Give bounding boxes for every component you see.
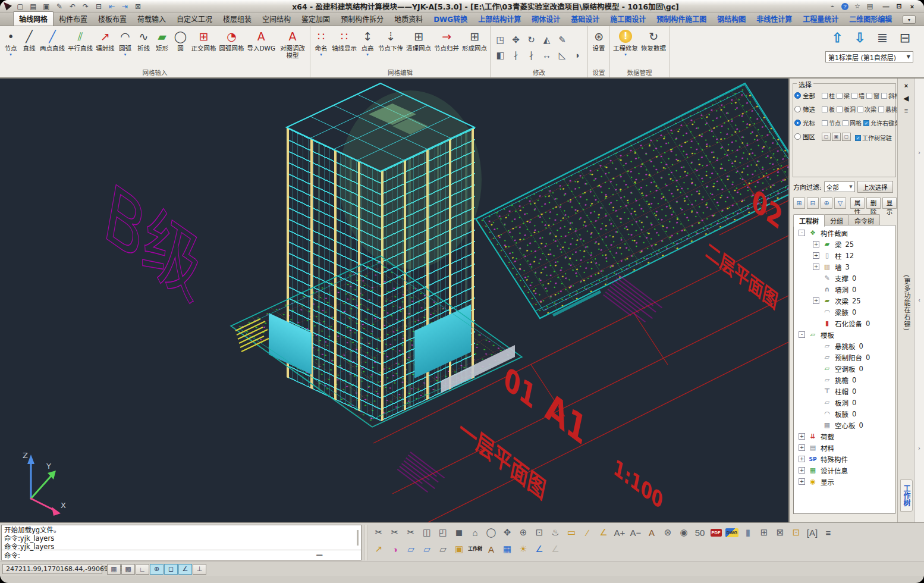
minimize-button[interactable]: —	[880, 2, 892, 11]
panel-tab[interactable]: 工程树	[793, 214, 825, 227]
ribbon-button[interactable]: A 对图调改模型	[277, 26, 308, 68]
tree-expander[interactable]: +	[813, 264, 819, 270]
drafting-toggle-button[interactable]: ⊥	[193, 564, 206, 575]
tree-item[interactable]: + ▤ 材料	[794, 442, 895, 453]
panel-action-button[interactable]: 属性	[850, 198, 865, 209]
toolbar-icon-button[interactable]: ∠	[596, 525, 611, 540]
element-filter-checkbox[interactable]: 梁	[837, 91, 850, 100]
ribbon-button[interactable]: ⊞ 正交网格	[190, 26, 218, 68]
tree-item[interactable]: ∩ 墙洞 0	[794, 284, 895, 295]
toolbar-icon-button[interactable]: ✂	[403, 525, 419, 540]
panel-action-button[interactable]: 显示	[882, 198, 897, 209]
ribbon-button[interactable]: ↻ 恢复数据	[640, 26, 667, 68]
tree-item[interactable]: ▮ 石化设备 0	[794, 318, 895, 329]
menu-tab[interactable]: 钢结构图	[712, 12, 751, 26]
menu-tab[interactable]: 上部结构计算	[473, 12, 526, 26]
modify-tool-icon[interactable]: ◺	[555, 48, 569, 62]
menu-tab[interactable]: 构件布置	[54, 12, 93, 26]
quick-access-button[interactable]: ⊟	[93, 1, 105, 12]
ribbon-button[interactable]: ⊛ 设置	[590, 26, 608, 68]
tree-item[interactable]: + SP 特殊构件	[794, 453, 895, 465]
toolbar-icon-button[interactable]: ◉	[676, 525, 692, 540]
ribbon-button[interactable]: → 节点归并	[433, 26, 460, 68]
band-splitter[interactable]	[364, 525, 368, 560]
toolbar-icon-button[interactable]: ⊞	[756, 525, 772, 540]
selection-tool-button[interactable]: ⊕	[821, 198, 832, 209]
toolbar-icon-button[interactable]: ☀	[516, 542, 531, 557]
ribbon-button[interactable]: ⫽ 平行直线	[67, 26, 94, 68]
menu-tab[interactable]: 砌体设计	[526, 12, 565, 26]
modify-tool-icon[interactable]: ↻	[524, 33, 538, 46]
command-resize-handle[interactable]: —	[316, 551, 323, 559]
toolbar-icon-button[interactable]: ♨	[548, 525, 563, 540]
toolbar-icon-button[interactable]: ◰	[435, 525, 451, 540]
element-filter-checkbox[interactable]: 窗	[866, 91, 879, 100]
menu-tab[interactable]: 地质资料	[389, 12, 428, 26]
ribbon-button[interactable]: ∿ 折线	[135, 26, 153, 68]
tree-item[interactable]: + ◉ 显示	[794, 476, 895, 487]
ribbon-button[interactable]: ▰ 矩形	[153, 26, 171, 68]
menu-tab[interactable]: 基础设计	[565, 12, 605, 26]
toolbar-icon-button[interactable]: A	[483, 542, 499, 557]
command-window[interactable]: 开始加载yg文件。命令:yjk_layers命令:yjk_layers 命令: …	[1, 525, 362, 560]
quick-access-button[interactable]: ⇥	[119, 1, 131, 12]
title-icon-button[interactable]: ☆	[852, 2, 863, 11]
toolbar-icon-button[interactable]: [A]	[804, 525, 820, 540]
toolbar-icon-button[interactable]: ⌂	[467, 525, 483, 540]
ribbon-button[interactable]: ⇣ 节点下传	[377, 26, 404, 68]
last-selection-button[interactable]: 上次选择	[857, 181, 893, 193]
menu-tab[interactable]: 工程量统计	[797, 12, 844, 26]
tree-item[interactable]: + ⇊ 荷载	[794, 431, 895, 442]
tree-expander[interactable]: +	[813, 297, 819, 304]
tree-expander[interactable]: +	[799, 467, 805, 474]
model-canvas[interactable]: 01 A1 一层平面图 1:100 02 二层平面图	[0, 79, 788, 522]
window-select-mode-button[interactable]: ▢	[822, 133, 831, 141]
toolbar-icon-button[interactable]: ◼	[451, 525, 467, 540]
tree-item[interactable]: ✎ 支撑 0	[794, 272, 895, 284]
ribbon-button[interactable]: ╱ 直线	[20, 26, 38, 68]
tree-item[interactable]: + ▰ 次梁 25	[794, 295, 895, 306]
modify-tool-icon[interactable]: ◳	[494, 33, 507, 46]
ribbon-button[interactable]: ∷ 命名 ▾	[312, 26, 330, 68]
element-filter-checkbox[interactable]: 板	[822, 105, 835, 114]
toolbar-icon-button[interactable]: PDF	[708, 525, 724, 540]
ribbon-button[interactable]: A 导入DWG	[246, 26, 277, 68]
menu-tab[interactable]: 鉴定加固	[296, 12, 335, 26]
toolbar-icon-button[interactable]: ⊕	[516, 525, 531, 540]
toolbar-icon-button[interactable]: A+	[612, 525, 627, 540]
menu-tab[interactable]: 楼层组装	[218, 12, 257, 26]
toolbar-icon-button[interactable]: ⊡	[788, 525, 804, 540]
window-select-mode-button[interactable]: ▣	[832, 133, 841, 141]
toolbar-icon-button[interactable]: 工作树	[467, 542, 483, 557]
ribbon-button[interactable]: ⊞ 形成网点	[461, 26, 488, 68]
toolbar-icon-button[interactable]: ∠	[532, 542, 547, 557]
menu-tab[interactable]: 楼板布置	[93, 12, 132, 26]
toolbar-icon-button[interactable]: ≡	[821, 525, 836, 540]
toolbar-icon-button[interactable]: A−	[628, 525, 643, 540]
element-filter-checkbox[interactable]: 板洞	[837, 105, 856, 114]
worktree-vertical-tab[interactable]: 工作树	[900, 479, 913, 512]
toolbar-icon-button[interactable]: ✥	[499, 525, 515, 540]
menu-tab[interactable]: 预制构件拆分	[335, 12, 389, 26]
quick-access-button[interactable]: ↷	[80, 1, 92, 12]
tree-item[interactable]: - ❖ 构件截面	[794, 227, 895, 239]
menu-tab[interactable]: DWG转换	[428, 12, 473, 26]
toolbar-icon-button[interactable]: ◫	[419, 525, 435, 540]
title-icon-button[interactable]: ▤	[865, 2, 875, 11]
tree-item[interactable]: ◠ 梁腋 0	[794, 306, 895, 318]
tree-item[interactable]: ◠ 板腋 0	[794, 408, 895, 419]
modify-tool-icon[interactable]: ◧	[494, 48, 507, 62]
toolbar-icon-button[interactable]: ↗	[371, 542, 386, 557]
menu-tab[interactable]: 施工图设计	[605, 12, 651, 26]
ribbon-button[interactable]: • 节点 ▾	[2, 26, 20, 68]
worktree-pin-checkbox[interactable]: 工作树常驻	[855, 133, 892, 142]
toolbar-icon-button[interactable]: ◯	[483, 525, 499, 540]
direction-filter-dropdown[interactable]: 全部 ▼	[824, 181, 855, 192]
menu-tab[interactable]: 二维图形编辑	[844, 12, 897, 26]
toolbar-icon-button[interactable]: ⊛	[660, 525, 675, 540]
collapse-arrow-icon[interactable]: ›	[918, 149, 920, 156]
tree-expander[interactable]: +	[799, 433, 805, 440]
element-filter-checkbox[interactable]: 网格	[843, 118, 862, 127]
toolbar-icon-button[interactable]: DWG	[724, 525, 740, 540]
collapse-arrow-icon[interactable]: ‹	[918, 297, 920, 303]
